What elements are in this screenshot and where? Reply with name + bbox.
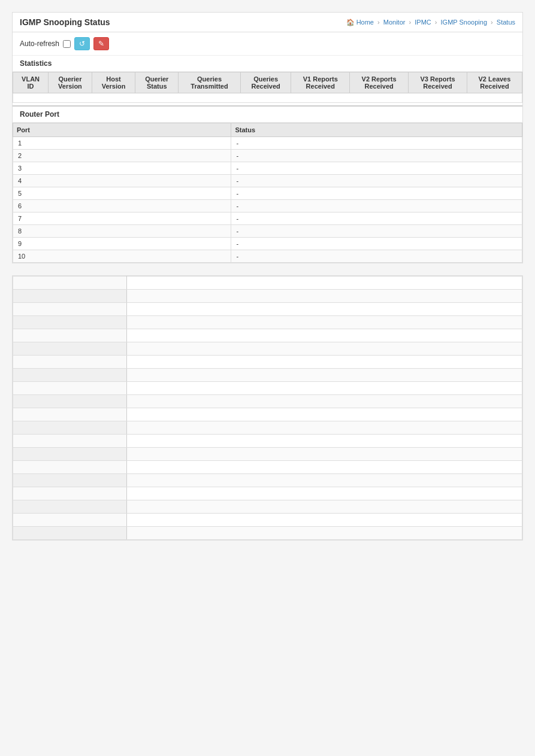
second-col1 xyxy=(13,461,127,474)
router-port-cell: 5 xyxy=(13,187,231,200)
second-col1 xyxy=(13,277,127,290)
router-status-cell: - xyxy=(231,187,522,200)
second-col1 xyxy=(13,408,127,421)
second-panel-row xyxy=(13,527,522,540)
router-status-cell: - xyxy=(231,137,522,150)
second-col1 xyxy=(13,316,127,329)
second-col1 xyxy=(13,382,127,395)
second-col2 xyxy=(127,329,522,342)
col-queries-transmitted: QueriesTransmitted xyxy=(179,72,241,93)
second-col1 xyxy=(13,395,127,408)
breadcrumb-sep2: › xyxy=(409,19,412,26)
panel-title: IGMP Snooping Status xyxy=(20,17,110,27)
router-table-row: 2- xyxy=(13,150,522,162)
router-port-cell: 3 xyxy=(13,162,231,175)
second-col2 xyxy=(127,408,522,421)
second-col1 xyxy=(13,448,127,461)
auto-refresh-row: Auto-refresh ↺ ✎ xyxy=(13,32,522,56)
router-table-row: 9- xyxy=(13,238,522,250)
second-col1 xyxy=(13,356,127,369)
stats-empty-row xyxy=(13,93,522,103)
router-port-cell: 8 xyxy=(13,225,231,238)
breadcrumb-home-icon: 🏠 xyxy=(346,19,355,26)
breadcrumb-status: Status xyxy=(497,19,515,26)
second-col1 xyxy=(13,369,127,382)
second-col1 xyxy=(13,474,127,487)
second-panel-row xyxy=(13,342,522,356)
breadcrumb-igmp: IGMP Snooping xyxy=(441,19,487,26)
statistics-label: Statistics xyxy=(13,56,522,72)
router-port-cell: 7 xyxy=(13,212,231,225)
second-col1 xyxy=(13,303,127,316)
second-panel-row xyxy=(13,290,522,303)
router-port-cell: 9 xyxy=(13,238,231,250)
col-vlan-id: VLANID xyxy=(13,72,49,93)
second-panel-row xyxy=(13,277,522,290)
second-panel-row xyxy=(13,448,522,461)
second-col1 xyxy=(13,421,127,435)
second-col2 xyxy=(127,290,522,303)
second-col2 xyxy=(127,461,522,474)
breadcrumb: 🏠 Home › Monitor › IPMC › IGMP Snooping … xyxy=(346,19,515,26)
router-status-cell: - xyxy=(231,150,522,162)
second-col2 xyxy=(127,303,522,316)
router-port-label: Router Port xyxy=(13,107,522,123)
clear-button[interactable]: ✎ xyxy=(93,37,109,50)
second-col2 xyxy=(127,369,522,382)
router-table-row: 10- xyxy=(13,250,522,263)
second-panel-row xyxy=(13,500,522,514)
router-table-row: 6- xyxy=(13,200,522,212)
router-port-section: Router Port Port Status 1-2-3-4-5-6-7-8-… xyxy=(13,105,522,263)
col-querier-version: QuerierVersion xyxy=(49,72,92,93)
router-table-row: 4- xyxy=(13,175,522,187)
router-port-cell: 6 xyxy=(13,200,231,212)
router-port-cell: 10 xyxy=(13,250,231,263)
second-col2 xyxy=(127,382,522,395)
second-col2 xyxy=(127,421,522,435)
col-queries-received: QueriesReceived xyxy=(240,72,291,93)
second-col1 xyxy=(13,500,127,514)
breadcrumb-sep3: › xyxy=(435,19,437,26)
second-col2 xyxy=(127,395,522,408)
second-col1 xyxy=(13,329,127,342)
second-panel-row xyxy=(13,514,522,527)
second-col2 xyxy=(127,527,522,540)
router-port-cell: 2 xyxy=(13,150,231,162)
router-table-row: 1- xyxy=(13,137,522,150)
second-col2 xyxy=(127,514,522,527)
second-panel-row xyxy=(13,382,522,395)
router-status-cell: - xyxy=(231,212,522,225)
second-col1 xyxy=(13,514,127,527)
main-panel: IGMP Snooping Status 🏠 Home › Monitor › … xyxy=(12,12,523,263)
router-table-row: 3- xyxy=(13,162,522,175)
router-status-cell: - xyxy=(231,200,522,212)
router-col-port: Port xyxy=(13,123,231,137)
auto-refresh-checkbox[interactable] xyxy=(63,40,71,48)
col-v1-reports-received: V1 ReportsReceived xyxy=(291,72,350,93)
router-status-cell: - xyxy=(231,225,522,238)
router-status-cell: - xyxy=(231,238,522,250)
col-v3-reports-received: V3 ReportsReceived xyxy=(409,72,467,93)
second-panel-row xyxy=(13,369,522,382)
second-col2 xyxy=(127,487,522,500)
refresh-button[interactable]: ↺ xyxy=(74,37,90,50)
second-col1 xyxy=(13,527,127,540)
second-panel-row xyxy=(13,303,522,316)
router-port-cell: 4 xyxy=(13,175,231,187)
second-panel xyxy=(12,275,523,541)
second-col2 xyxy=(127,356,522,369)
page-wrapper: IGMP Snooping Status 🏠 Home › Monitor › … xyxy=(0,0,535,756)
breadcrumb-sep4: › xyxy=(491,19,493,26)
router-port-cell: 1 xyxy=(13,137,231,150)
second-col1 xyxy=(13,290,127,303)
second-col2 xyxy=(127,342,522,356)
second-panel-row xyxy=(13,408,522,421)
second-panel-row xyxy=(13,421,522,435)
second-panel-row xyxy=(13,356,522,369)
statistics-table: VLANID QuerierVersion HostVersion Querie… xyxy=(13,72,522,103)
second-col2 xyxy=(127,277,522,290)
auto-refresh-label: Auto-refresh xyxy=(20,40,59,48)
breadcrumb-home: Home xyxy=(356,19,374,26)
router-table-row: 7- xyxy=(13,212,522,225)
second-col1 xyxy=(13,342,127,356)
